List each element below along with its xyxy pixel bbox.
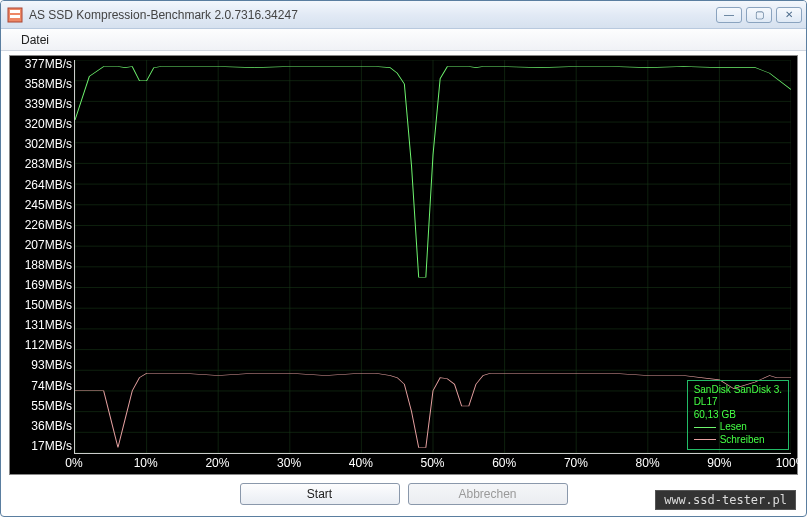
y-tick-label: 112MB/s <box>25 339 72 351</box>
maximize-icon: ▢ <box>755 10 764 20</box>
close-button[interactable]: ✕ <box>776 7 802 23</box>
y-tick-label: 131MB/s <box>25 319 72 331</box>
legend-read-label: Lesen <box>720 421 747 434</box>
y-tick-label: 226MB/s <box>25 219 72 231</box>
x-tick-label: 70% <box>564 456 588 470</box>
y-tick-label: 302MB/s <box>25 138 72 150</box>
x-tick-label: 60% <box>492 456 516 470</box>
cancel-button: Abbrechen <box>408 483 568 505</box>
svg-rect-1 <box>10 10 20 13</box>
legend-write-row: Schreiben <box>694 434 782 447</box>
y-tick-label: 339MB/s <box>25 98 72 110</box>
x-tick-label: 80% <box>636 456 660 470</box>
watermark: www.ssd-tester.pl <box>655 490 796 510</box>
minimize-icon: — <box>724 10 734 20</box>
chart: 377MB/s358MB/s339MB/s320MB/s302MB/s283MB… <box>9 55 798 475</box>
y-tick-label: 245MB/s <box>25 199 72 211</box>
y-tick-label: 93MB/s <box>31 359 72 371</box>
x-axis-labels: 0%10%20%30%40%50%60%70%80%90%100% <box>74 456 791 474</box>
x-tick-label: 30% <box>277 456 301 470</box>
close-icon: ✕ <box>785 10 793 20</box>
y-tick-label: 55MB/s <box>31 400 72 412</box>
y-tick-label: 188MB/s <box>25 259 72 271</box>
legend-read-swatch <box>694 427 716 428</box>
x-tick-label: 50% <box>420 456 444 470</box>
window-title: AS SSD Kompression-Benchmark 2.0.7316.34… <box>29 8 716 22</box>
titlebar: AS SSD Kompression-Benchmark 2.0.7316.34… <box>1 1 806 29</box>
y-tick-label: 320MB/s <box>25 118 72 130</box>
maximize-button[interactable]: ▢ <box>746 7 772 23</box>
legend-device-line1: SanDisk SanDisk 3. <box>694 384 782 397</box>
x-tick-label: 0% <box>65 456 82 470</box>
y-tick-label: 377MB/s <box>25 58 72 70</box>
y-tick-label: 150MB/s <box>25 299 72 311</box>
window-buttons: — ▢ ✕ <box>716 7 802 23</box>
x-tick-label: 100% <box>776 456 807 470</box>
menubar: Datei <box>1 29 806 51</box>
legend-device-line2: DL17 <box>694 396 782 409</box>
legend-write-swatch <box>694 439 716 440</box>
y-tick-label: 207MB/s <box>25 239 72 251</box>
y-tick-label: 358MB/s <box>25 78 72 90</box>
y-axis-labels: 377MB/s358MB/s339MB/s320MB/s302MB/s283MB… <box>10 56 74 454</box>
y-tick-label: 17MB/s <box>31 440 72 452</box>
legend-capacity: 60,13 GB <box>694 409 782 422</box>
x-tick-label: 90% <box>707 456 731 470</box>
y-tick-label: 169MB/s <box>25 279 72 291</box>
x-tick-label: 10% <box>134 456 158 470</box>
menu-datei[interactable]: Datei <box>13 31 57 49</box>
svg-rect-2 <box>10 15 20 18</box>
app-icon <box>7 7 23 23</box>
plot-area <box>74 60 791 454</box>
y-tick-label: 36MB/s <box>31 420 72 432</box>
y-tick-label: 264MB/s <box>25 179 72 191</box>
y-tick-label: 283MB/s <box>25 158 72 170</box>
plot-svg <box>75 60 791 453</box>
minimize-button[interactable]: — <box>716 7 742 23</box>
x-tick-label: 40% <box>349 456 373 470</box>
legend: SanDisk SanDisk 3. DL17 60,13 GB Lesen S… <box>687 380 789 451</box>
start-button[interactable]: Start <box>240 483 400 505</box>
legend-write-label: Schreiben <box>720 434 765 447</box>
x-tick-label: 20% <box>205 456 229 470</box>
y-tick-label: 74MB/s <box>31 380 72 392</box>
legend-read-row: Lesen <box>694 421 782 434</box>
